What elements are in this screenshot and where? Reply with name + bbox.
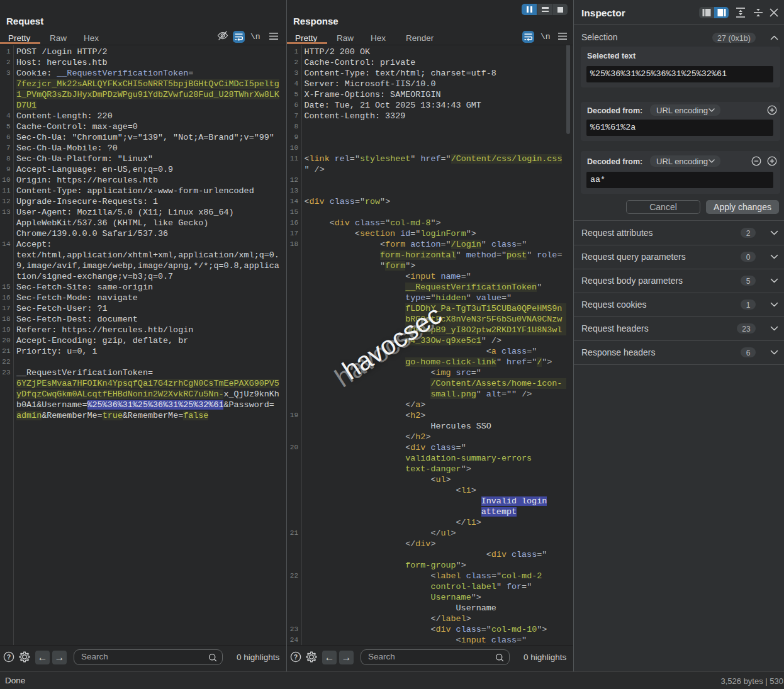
svg-text:?: ? <box>7 653 11 661</box>
svg-text:?: ? <box>294 653 298 661</box>
